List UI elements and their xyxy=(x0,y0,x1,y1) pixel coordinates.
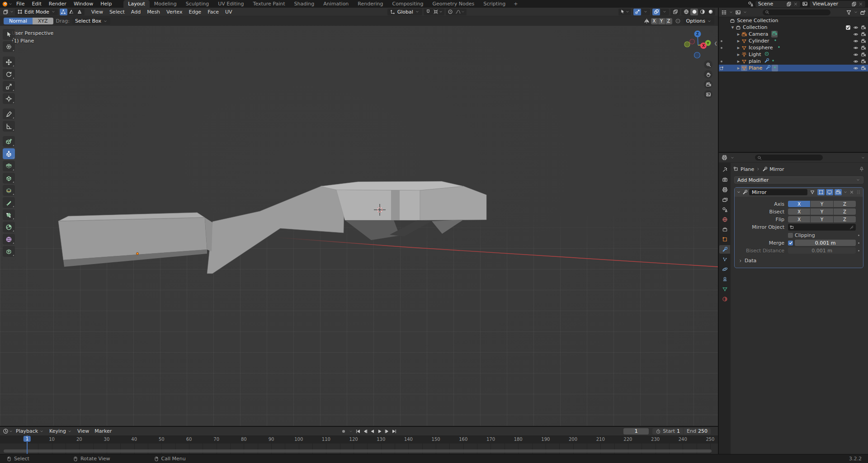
properties-tab-object[interactable] xyxy=(719,235,730,244)
tool-tweak-select-button[interactable] xyxy=(3,29,15,40)
outliner-row-plane[interactable]: ▸Plane xyxy=(719,65,868,71)
expand-right-icon[interactable]: ▸ xyxy=(736,38,741,44)
workspace-tab-uv-editing[interactable]: UV Editing xyxy=(213,0,248,8)
timeline-menu-keying[interactable]: Keying xyxy=(47,427,75,435)
auto-keying-button[interactable] xyxy=(340,428,347,435)
gizmo-dropdown[interactable] xyxy=(642,9,649,15)
outliner-row-plain[interactable]: ▸plain xyxy=(719,58,868,65)
data-subpanel-toggle[interactable]: Data xyxy=(735,255,861,266)
outliner-row-icosphere[interactable]: ▸Icosphere xyxy=(719,44,868,51)
menu-file[interactable]: File xyxy=(13,0,28,8)
breadcrumb-object[interactable]: Plane xyxy=(741,166,754,172)
bisect-x-button[interactable]: X xyxy=(788,208,810,215)
region-collapse-arrow[interactable]: ❮ xyxy=(714,41,717,46)
close-icon[interactable] xyxy=(793,1,798,7)
overlays-dropdown[interactable] xyxy=(660,9,668,15)
flip-y-button[interactable]: Y xyxy=(811,216,833,222)
expand-down-icon[interactable]: ▾ xyxy=(730,24,735,30)
current-frame-badge[interactable]: 1 xyxy=(24,436,31,442)
workspace-tab-shading[interactable]: Shading xyxy=(290,0,319,8)
timeline-channels[interactable] xyxy=(0,444,718,454)
properties-tab-modifiers[interactable] xyxy=(719,245,730,254)
workspace-tab-layout[interactable]: Layout xyxy=(123,0,149,8)
auto-keying-dropdown[interactable] xyxy=(348,428,354,435)
bisect-distance-field[interactable]: 0.001 m xyxy=(788,247,856,254)
show-in-viewport-toggle[interactable] xyxy=(826,189,833,195)
viewlayer-type-icon[interactable] xyxy=(802,1,808,7)
properties-tab-material[interactable] xyxy=(719,295,730,303)
properties-tab-particles[interactable] xyxy=(719,255,730,264)
axis-y-button[interactable]: Y xyxy=(811,201,833,207)
shading-material-button[interactable] xyxy=(698,9,706,15)
properties-tab-scene[interactable] xyxy=(719,205,730,214)
modifier-name-field[interactable]: Mirror xyxy=(749,189,807,195)
disable-in-render-icon[interactable] xyxy=(861,45,866,51)
timeline-ruler[interactable]: 1020304050607080901001101201301401501601… xyxy=(0,435,718,444)
xray-toggle-button[interactable] xyxy=(671,9,679,15)
mirror-axis-x-button[interactable]: X xyxy=(651,18,658,24)
axis-z-button[interactable]: Z xyxy=(834,201,856,207)
shading-rendered-button[interactable] xyxy=(707,9,714,15)
menu-render[interactable]: Render xyxy=(45,0,70,8)
hide-in-viewport-icon[interactable] xyxy=(853,52,859,57)
tool-cursor-button[interactable] xyxy=(3,41,15,52)
snap-settings-dropdown[interactable] xyxy=(433,9,443,15)
edge-select-mode-button[interactable] xyxy=(68,9,75,15)
viewport-menu-select[interactable]: Select xyxy=(106,8,128,16)
menu-edit[interactable]: Edit xyxy=(28,0,45,8)
navigation-gizmo[interactable]: Z Y X xyxy=(678,28,714,60)
workspace-tab-scripting[interactable]: Scripting xyxy=(479,0,510,8)
menu-window[interactable]: Window xyxy=(70,0,97,8)
copy-scene-icon[interactable] xyxy=(786,1,792,7)
expand-right-icon[interactable]: ▸ xyxy=(736,58,741,64)
tool-inset-faces-button[interactable] xyxy=(3,161,15,171)
jump-to-start-button[interactable] xyxy=(355,428,362,435)
render-checkbox-icon[interactable] xyxy=(845,25,851,30)
expand-right-icon[interactable]: ▸ xyxy=(736,65,741,71)
timeline-scrollbar[interactable] xyxy=(4,449,712,453)
mirror-toggle-icon[interactable] xyxy=(644,18,650,24)
workspace-tab-sculpting[interactable]: Sculpting xyxy=(181,0,213,8)
flip-z-button[interactable]: Z xyxy=(834,216,856,222)
pan-view-button[interactable] xyxy=(704,70,712,79)
tool-transform-button[interactable] xyxy=(3,93,15,104)
transform-orientation-dropdown[interactable]: Global xyxy=(387,9,422,15)
play-reverse-button[interactable] xyxy=(369,428,376,435)
tool-spin-button[interactable] xyxy=(3,222,15,232)
viewport-menu-add[interactable]: Add xyxy=(128,8,144,16)
properties-search-input[interactable] xyxy=(755,155,823,161)
gizmo-neg-z-axis[interactable] xyxy=(694,52,700,58)
disable-in-render-icon[interactable] xyxy=(861,25,866,30)
chevron-down-icon[interactable] xyxy=(736,190,741,194)
outliner-row-scene-collection[interactable]: Scene Collection xyxy=(719,17,868,24)
tool-edge-slide-button[interactable] xyxy=(3,246,15,257)
display-mode-icon[interactable] xyxy=(735,9,741,15)
tool-bevel-button[interactable] xyxy=(3,173,15,184)
tool-extrude-region-button[interactable] xyxy=(3,148,15,159)
tool-loop-cut-button[interactable] xyxy=(3,185,15,196)
next-keyframe-button[interactable] xyxy=(384,428,391,435)
workspace-tab-animation[interactable]: Animation xyxy=(319,0,353,8)
timeline-menu-view[interactable]: View xyxy=(75,427,92,435)
timeline-menu-marker[interactable]: Marker xyxy=(92,427,114,435)
camera-view-button[interactable] xyxy=(704,80,712,89)
tool-smooth-button[interactable] xyxy=(3,234,15,245)
mode-dropdown[interactable]: Edit Mode xyxy=(15,9,58,15)
disable-in-render-icon[interactable] xyxy=(861,32,866,37)
outliner-row-cylinder[interactable]: ▸Cylinder xyxy=(719,38,868,44)
jump-to-end-button[interactable] xyxy=(391,428,398,435)
properties-tab-view-layer[interactable] xyxy=(719,195,730,204)
shading-solid-button[interactable] xyxy=(690,9,698,15)
properties-tab-object-data[interactable] xyxy=(719,285,730,293)
segment-normal[interactable]: Normal xyxy=(4,18,33,24)
mesh-object[interactable] xyxy=(0,26,718,426)
hide-in-viewport-icon[interactable] xyxy=(853,66,859,71)
editor-type-outliner-icon[interactable] xyxy=(721,9,727,15)
disable-in-render-icon[interactable] xyxy=(861,52,866,57)
properties-tab-collection[interactable] xyxy=(719,225,730,234)
mirror-axis-z-button[interactable]: Z xyxy=(665,18,672,24)
outliner-row-camera[interactable]: ▸Camera xyxy=(719,31,868,38)
outliner-row-collection[interactable]: ▾Collection xyxy=(719,24,868,31)
workspace-tab-modeling[interactable]: Modeling xyxy=(150,0,181,8)
expand-right-icon[interactable]: ▸ xyxy=(736,45,741,51)
